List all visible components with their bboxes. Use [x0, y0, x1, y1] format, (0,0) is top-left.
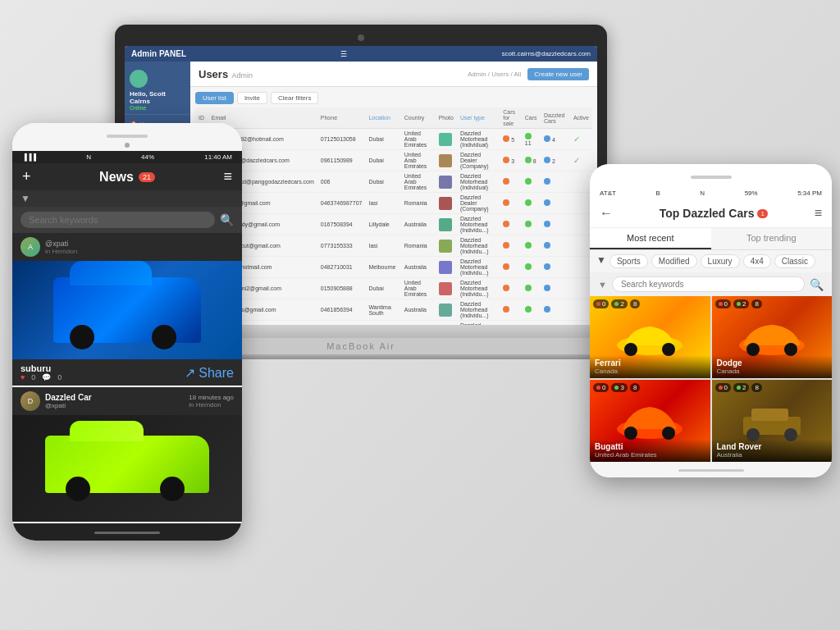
post1-car-name: suburu [21, 363, 62, 373]
chevron-down-icon[interactable]: ▼ [596, 254, 606, 268]
bugatti-name: Bugatti [595, 442, 705, 451]
phone-camera [125, 143, 130, 148]
tab-clear-filters[interactable]: Clear filters [271, 92, 318, 104]
news-title: News [99, 170, 134, 185]
car-card-dodge[interactable]: 0 2 8 Dodge Canada [712, 296, 833, 378]
post2-username: Dazzled Car [45, 393, 92, 402]
svg-point-8 [662, 427, 675, 440]
post1-footer: suburu ♥ 0 💬 0 ↗ Share [12, 359, 242, 386]
back-button[interactable]: ← [600, 206, 613, 221]
top-dazzled-title: Top Dazzled Cars [660, 207, 755, 220]
status-nfc-right: N [700, 189, 705, 197]
table-row: 11 timothery@hotmail.com 0482710031 Melb… [195, 257, 592, 278]
news-post-1: A @xpati in Herndon suburu ♥ [12, 233, 242, 386]
search-icon-right[interactable]: 🔍 [810, 278, 824, 291]
car-green-shape [45, 436, 209, 493]
status-bar-right: AT&T B N 59% 5:34 PM [590, 187, 832, 199]
search-input-left[interactable] [21, 212, 215, 228]
table-row: 9 theonly.woody@gmail.com 0167508394 Lil… [195, 214, 592, 235]
car-card-bugatti[interactable]: 0 3 8 Bugatti United Arab Emirates [590, 380, 710, 462]
comment-icon[interactable]: 💬 [42, 373, 51, 381]
tabs-bar: Most recent Top trending [590, 228, 832, 250]
status-carrier: AT&T [600, 189, 616, 197]
home-indicator[interactable] [94, 532, 160, 534]
table-row: 14 bailahowe@gmail.com 0469451131 Berryb… [195, 321, 592, 326]
table-row: 8 albarazzar@gmail.com 0463746987707 Ias… [195, 193, 592, 214]
admin-main-content: Users Admin Admin / Users / All Create n… [190, 62, 597, 325]
dropdown-chevron[interactable]: ▼ [21, 193, 30, 204]
right-phone-menu-icon[interactable]: ≡ [815, 206, 822, 221]
tab-invite[interactable]: Invite [237, 92, 267, 104]
dodge-country: Canada [717, 368, 828, 375]
admin-breadcrumb: Admin / Users / All [468, 71, 521, 78]
svg-point-7 [624, 427, 637, 440]
share-icon: ↗ [185, 366, 195, 380]
table-row: 13 frances.aims@gmail.com 0461856394 Wan… [195, 299, 592, 321]
ferrari-overlay: Ferrari Canada [590, 355, 710, 378]
car-card-ferrari[interactable]: 0 2 8 Ferrari Canada [590, 296, 710, 378]
car-blue-shape [53, 277, 201, 343]
dodge-views: 8 [755, 300, 758, 308]
share-button[interactable]: ↗ Share [185, 365, 234, 381]
status-bluetooth-icon: B [655, 189, 660, 197]
search-icon-left[interactable]: 🔍 [220, 213, 234, 226]
search-bar-left: 🔍 [12, 207, 242, 233]
th-cars: Cars [522, 107, 541, 129]
right-search-bar: ▼ 🔍 [590, 272, 832, 296]
status-time-right: 5:34 PM [797, 189, 822, 197]
chip-classic[interactable]: Classic [774, 254, 815, 268]
status-time: 11:40 AM [204, 153, 232, 161]
phone-left: ▐▐▐ N 44% 11:40 AM + News 21 ≡ ▼ 🔍 A [12, 123, 242, 541]
dodge-comments: 2 [742, 300, 746, 308]
th-phone: Phone [317, 107, 366, 129]
post1-location: in Herndon [45, 248, 77, 255]
search-input-right[interactable] [612, 276, 805, 292]
news-post-2: D Dazzled Car @xpati 18 minutes ago in H… [12, 387, 242, 522]
table-row: 6 scott.cairns@dazzledcars.com 096115098… [195, 150, 592, 171]
post1-car-image [12, 261, 242, 359]
post2-avatar: D [21, 391, 40, 411]
bugatti-comments: 3 [620, 384, 623, 391]
like-icon[interactable]: ♥ [21, 373, 25, 381]
tab-top-trending[interactable]: Top trending [711, 228, 833, 249]
chevron-down-icon-search[interactable]: ▼ [598, 280, 607, 290]
home-indicator-right[interactable] [678, 469, 744, 472]
phone-right: AT&T B N 59% 5:34 PM ← Top Dazzled Cars … [590, 164, 832, 477]
tab-user-list[interactable]: User list [195, 92, 234, 104]
ferrari-comments: 2 [620, 300, 623, 308]
th-location: Location [365, 107, 400, 129]
news-badge: 21 [139, 172, 155, 182]
share-label: Share [199, 366, 234, 380]
chip-sports[interactable]: Sports [609, 254, 648, 268]
ferrari-likes: 0 [602, 300, 605, 308]
landrover-overlay: Land Rover Australia [712, 439, 833, 462]
admin-topbar: Admin PANEL ☰ scott.cairns@dazzledcars.c… [125, 46, 597, 62]
users-table: ID Email Phone Location Country Photo Us… [195, 107, 592, 325]
sidebar-user-status: Online [130, 105, 185, 111]
landrover-likes: 0 [724, 384, 728, 391]
nav-menu-icon[interactable]: ≡ [223, 168, 232, 185]
th-active: Active [570, 107, 592, 129]
svg-point-4 [746, 343, 760, 356]
chip-modified[interactable]: Modified [651, 254, 697, 268]
chip-luxury[interactable]: Luxury [701, 254, 740, 268]
landrover-name: Land Rover [717, 442, 828, 451]
dodge-stats: 0 2 8 [715, 299, 762, 308]
tab-most-recent[interactable]: Most recent [590, 228, 711, 249]
like-count: 0 [31, 373, 35, 381]
status-bar-left: ▐▐▐ N 44% 11:40 AM [12, 151, 242, 163]
bugatti-views: 8 [633, 384, 637, 391]
nav-plus-icon[interactable]: + [22, 168, 31, 185]
post2-handle: @xpati [45, 402, 92, 409]
th-country: Country [401, 107, 436, 129]
admin-panel-title: Admin PANEL [131, 49, 186, 58]
create-user-button[interactable]: Create new user [527, 68, 589, 80]
car-card-landrover[interactable]: 0 2 8 Land Rover Australia [712, 380, 833, 462]
svg-point-1 [624, 343, 637, 356]
admin-menu-icon[interactable]: ☰ [340, 50, 347, 58]
car-wheel-right [152, 325, 176, 349]
svg-point-5 [784, 343, 797, 356]
post2-time: 18 minutes ago [189, 394, 234, 401]
chip-4x4[interactable]: 4x4 [743, 254, 771, 268]
th-photo: Photo [436, 107, 457, 129]
